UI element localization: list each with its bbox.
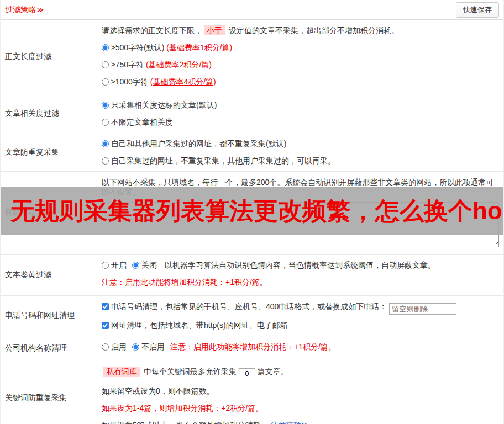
row-label: 文章防重复采集 — [1, 133, 97, 171]
radio-label: ≥750字符 — [111, 60, 146, 69]
radio-option-porn-off[interactable]: 关闭 — [132, 261, 157, 269]
line-text: 篇文章。 — [255, 367, 288, 376]
keyword-dedup-line3: 如果设为1-4篇，则增加积分消耗：+2积分/篇。 — [102, 404, 499, 414]
page-title-text: 过滤策略 — [5, 5, 36, 14]
radio-option-dedup-self[interactable]: 自己采集过的网址，不重复采集，其他用户采集过的，可以再采。 — [102, 156, 499, 166]
row-content: 只采集相关度达标的文章(默认) 不限定文章相关度 — [97, 94, 503, 132]
row-label: 文章相关度过滤 — [1, 94, 97, 132]
line-text: 如果设为5篇或以上，也不会额外增加积分消耗。 — [102, 421, 271, 424]
row-content: 启用不启用注意：启用此功能将增加积分消耗：+1积分/篇。 — [97, 336, 503, 361]
radio-dedup-all[interactable] — [102, 140, 109, 147]
radio-label: 不启用 — [141, 342, 165, 351]
checkbox-label: 网址清理，包括纯域名、带http(s)的网址、电子邮箱 — [111, 321, 288, 330]
radio-length-1000[interactable] — [102, 78, 109, 86]
quick-save-button[interactable]: 快速保存 — [456, 2, 499, 18]
checkbox-option-phone[interactable]: 电话号码清理，包括常见的手机号、座机号、400电话格式，或替换成如下电话： — [102, 302, 387, 311]
company-clean-line: 启用不启用注意：启用此功能将增加积分消耗：+1积分/篇。 — [102, 342, 499, 352]
row-phone-clean: 电话号码和网址清理 电话号码清理，包括常见的手机号、座机号、400电话格式，或替… — [1, 296, 503, 336]
radio-option-porn-on[interactable]: 开启 — [102, 261, 127, 269]
company-clean-note: 注意：启用此功能将增加积分消耗：+1积分/篇。 — [170, 342, 336, 351]
radio-label: 自己和其他用户采集过的网址，都不重复采集(默认) — [111, 139, 286, 148]
highlight-lessthan: 小于 — [204, 25, 225, 35]
radio-dedup-self[interactable] — [102, 157, 109, 165]
filter-strategy-page: 过滤策略≫ 快速保存 正文长度过滤 请选择需求的正文长度下限，小于 设定值的文章… — [0, 0, 504, 424]
radio-company-on[interactable] — [102, 343, 109, 351]
radio-label: ≥500字符(默认) — [111, 43, 166, 52]
radio-porn-on[interactable] — [102, 262, 109, 269]
row-label: 电话号码和网址清理 — [1, 296, 97, 336]
url-clean-line: 网址清理，包括纯域名、带http(s)的网址、电子邮箱 — [102, 321, 499, 331]
radio-relevance-strict[interactable] — [102, 102, 109, 109]
checkbox-label: 电话号码清理，包括常见的手机号、座机号、400电话格式，或替换成如下电话： — [111, 302, 387, 311]
row-label: 关键词防重复采集 — [1, 361, 97, 424]
row-content: 私有词库 中每个关键词最多允许采集 篇文章。 如果留空或设为0，则不限篇数。 如… — [97, 361, 503, 424]
porn-filter-note: 注意：启用此功能将增加积分消耗：+1积分/篇。 — [102, 278, 499, 288]
row-label: 正文长度过滤 — [1, 20, 97, 94]
fee-note: (基础费率1积分/篇) — [166, 43, 232, 52]
radio-option-length-750[interactable]: ≥750字符 (基础费率2积分/篇) — [102, 60, 499, 70]
max-collect-count-input[interactable] — [239, 368, 255, 379]
row-company-clean: 公司机构名称清理 启用不启用注意：启用此功能将增加积分消耗：+1积分/篇。 — [1, 336, 503, 361]
row-length-filter: 正文长度过滤 请选择需求的正文长度下限，小于 设定值的文章不采集，超出部分不增加… — [1, 20, 503, 94]
radio-label: 开启 — [111, 261, 127, 269]
radio-label: ≥1000字符 — [111, 77, 150, 86]
radio-length-500[interactable] — [102, 44, 109, 51]
length-filter-intro: 请选择需求的正文长度下限，小于 设定值的文章不采集，超出部分不增加积分消耗。 — [102, 26, 499, 36]
row-content: 自己和其他用户采集过的网址，都不重复采集(默认) 自己采集过的网址，不重复采集，… — [97, 133, 503, 171]
radio-label: 只采集相关度达标的文章(默认) — [111, 100, 217, 109]
row-keyword-dedup: 关键词防重复采集 私有词库 中每个关键词最多允许采集 篇文章。 如果留空或设为0… — [1, 361, 503, 424]
checkbox-phone-clean[interactable] — [102, 303, 109, 310]
radio-label: 启用 — [111, 342, 127, 351]
radio-option-company-off[interactable]: 不启用 — [132, 342, 165, 351]
checkbox-option-url[interactable]: 网址清理，包括纯域名、带http(s)的网址、电子邮箱 — [102, 321, 288, 330]
porn-filter-options: 开启关闭 以机器学习算法自动识别色情内容，当色情概率达到系统阈值，自动屏蔽文章。 — [102, 261, 499, 271]
radio-option-relevance-strict[interactable]: 只采集相关度达标的文章(默认) — [102, 100, 499, 110]
notice-link[interactable]: 注意事项≫ — [271, 421, 310, 424]
row-dedup-filter: 文章防重复采集 自己和其他用户采集过的网址，都不重复采集(默认) 自己采集过的网… — [1, 133, 503, 172]
keyword-dedup-line2: 如果留空或设为0，则不限篇数。 — [102, 386, 499, 396]
chevron-double-icon: ≫ — [37, 6, 44, 14]
radio-option-company-on[interactable]: 启用 — [102, 342, 127, 351]
replacement-phone-input[interactable] — [389, 303, 456, 315]
radio-option-length-500[interactable]: ≥500字符(默认) (基础费率1积分/篇) — [102, 43, 499, 53]
row-porn-filter: 文本鉴黄过滤 开启关闭 以机器学习算法自动识别色情内容，当色情概率达到系统阈值，… — [1, 255, 503, 296]
row-content: 电话号码清理，包括常见的手机号、座机号、400电话格式，或替换成如下电话： 网址… — [97, 296, 503, 336]
radio-option-dedup-all[interactable]: 自己和其他用户采集过的网址，都不重复采集(默认) — [102, 139, 499, 149]
fee-note: (基础费率4积分/篇) — [150, 77, 216, 86]
phone-clean-line: 电话号码清理，包括常见的手机号、座机号、400电话格式，或替换成如下电话： — [102, 302, 499, 315]
page-title: 过滤策略≫ — [5, 5, 44, 15]
keyword-dedup-line4: 如果设为5篇或以上，也不会额外增加积分消耗。 注意事项≫ — [102, 421, 499, 424]
top-bar: 过滤策略≫ 快速保存 — [1, 0, 503, 20]
intro-text: 设定值的文章不采集，超出部分不增加积分消耗。 — [227, 26, 399, 35]
row-label: 文本鉴黄过滤 — [1, 255, 97, 295]
row-label: 公司机构名称清理 — [1, 336, 97, 361]
radio-label: 关闭 — [141, 261, 157, 269]
radio-length-750[interactable] — [102, 61, 109, 68]
watermark-text: 无规则采集器列表算法更改频繁，怎么换个ho — [1, 195, 502, 227]
row-content: 请选择需求的正文长度下限，小于 设定值的文章不采集，超出部分不增加积分消耗。 ≥… — [97, 20, 503, 94]
keyword-dedup-line1: 私有词库 中每个关键词最多允许采集 篇文章。 — [102, 367, 499, 379]
row-content: 开启关闭 以机器学习算法自动识别色情内容，当色情概率达到系统阈值，自动屏蔽文章。… — [97, 255, 503, 295]
line-text: 中每个关键词最多允许采集 — [141, 367, 239, 376]
row-relevance-filter: 文章相关度过滤 只采集相关度达标的文章(默认) 不限定文章相关度 — [1, 94, 503, 133]
radio-option-relevance-any[interactable]: 不限定文章相关度 — [102, 118, 499, 128]
radio-relevance-any[interactable] — [102, 119, 109, 126]
highlight-private-lexicon: 私有词库 — [103, 367, 140, 377]
watermark-overlay-banner: 无规则采集器列表算法更改频繁，怎么换个ho — [1, 187, 503, 235]
porn-filter-desc: 以机器学习算法自动识别色情内容，当色情概率达到系统阈值，自动屏蔽文章。 — [162, 261, 435, 269]
radio-option-length-1000[interactable]: ≥1000字符 (基础费率4积分/篇) — [102, 77, 499, 87]
radio-label: 自己采集过的网址，不重复采集，其他用户采集过的，可以再采。 — [111, 156, 335, 165]
fee-note: (基础费率2积分/篇) — [146, 60, 212, 69]
checkbox-url-clean[interactable] — [102, 322, 109, 329]
radio-company-off[interactable] — [132, 343, 139, 351]
radio-porn-off[interactable] — [132, 262, 139, 269]
intro-text: 请选择需求的正文长度下限， — [102, 26, 202, 35]
radio-label: 不限定文章相关度 — [111, 118, 173, 126]
